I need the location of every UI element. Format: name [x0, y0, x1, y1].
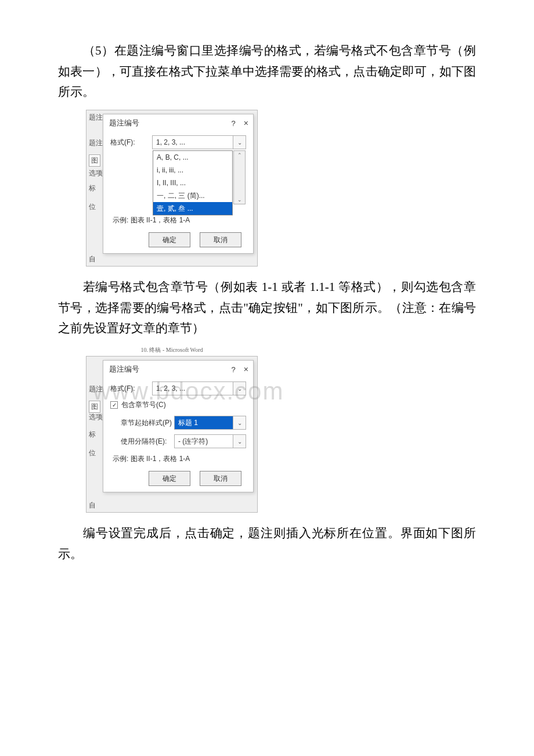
bg-label-position: 位 — [89, 202, 96, 212]
bg-label-options: 选项 — [89, 168, 103, 178]
paragraph-1: （5）在题注编号窗口里选择编号的格式，若编号格式不包含章节号（例如表一），可直接… — [58, 41, 476, 103]
format-option[interactable]: 一, 二, 三 (简)... — [153, 189, 232, 202]
chevron-down-icon[interactable]: ⌄ — [233, 435, 246, 448]
screenshot-1: 题注 题注 图 选项 标 位 自 题注编号 ? × 格式(F): 1, 2, 3… — [86, 110, 258, 267]
close-icon-2[interactable]: × — [244, 365, 248, 374]
bg-label-figure: 图 — [89, 154, 100, 167]
format-label-2: 格式(F): — [110, 384, 152, 394]
separator-combobox[interactable]: - (连字符) ⌄ — [174, 434, 246, 448]
format-option[interactable]: A, B, C, ... — [153, 151, 232, 164]
cancel-button-2[interactable]: 取消 — [200, 471, 241, 486]
scroll-up-icon[interactable]: ⌃ — [237, 152, 242, 158]
chevron-down-icon[interactable]: ⌄ — [233, 382, 246, 395]
chapter-start-label: 章节起始样式(P) — [121, 418, 174, 428]
example-text: 示例: 图表 II-1，表格 1-A — [113, 215, 246, 225]
include-chapter-checkbox[interactable]: ✓ — [110, 401, 118, 409]
format-option[interactable]: i, ii, iii, ... — [153, 164, 232, 177]
format-value: 1, 2, 3, ... — [156, 138, 185, 146]
scroll-down-icon[interactable]: ⌄ — [237, 197, 242, 203]
bg-label-position-2: 位 — [89, 448, 96, 458]
bg-label-figure-2: 图 — [89, 401, 100, 413]
word-window-title: 10. 终稿 - Microsoft Word — [86, 346, 258, 354]
chapter-start-value: 标题 1 — [178, 418, 198, 428]
use-separator-label: 使用分隔符(E): — [121, 437, 174, 447]
chevron-down-icon[interactable]: ⌄ — [233, 416, 246, 429]
paragraph-3: 编号设置完成后，点击确定，题注则插入光标所在位置。界面如下图所示。 — [58, 523, 476, 564]
dialog-title: 题注编号 — [109, 118, 139, 128]
example-text-2: 示例: 图表 II-1，表格 1-A — [113, 454, 246, 464]
help-icon-2[interactable]: ? — [232, 365, 236, 374]
chapter-start-combobox[interactable]: 标题 1 ⌄ — [174, 416, 246, 430]
cancel-button[interactable]: 取消 — [200, 232, 241, 247]
ok-button[interactable]: 确定 — [149, 232, 190, 247]
separator-value: - (连字符) — [178, 437, 208, 447]
bg-label-auto-2: 自 — [89, 501, 96, 510]
format-combobox-2[interactable]: 1, 2, 3, ... ⌄ — [152, 381, 246, 395]
caption-number-dialog-1: 题注编号 ? × 格式(F): 1, 2, 3, ... ⌄ A, B, C, … — [103, 114, 254, 254]
bg-label-auto: 自 — [89, 254, 96, 264]
format-option-selected[interactable]: 壹, 贰, 叁 ... — [153, 202, 232, 215]
paragraph-2: 若编号格式包含章节号（例如表 1-1 或者 1.1-1 等格式），则勾选包含章节… — [58, 277, 476, 339]
caption-number-dialog-2: 题注编号 ? × 格式(F): 1, 2, 3, ... ⌄ ✓ 包含章节号(C… — [103, 360, 254, 492]
bg-label-label-2: 标 — [89, 430, 96, 440]
ok-button-2[interactable]: 确定 — [149, 471, 190, 486]
bg-caption-tab: 题注 — [89, 113, 103, 123]
help-icon[interactable]: ? — [232, 119, 236, 128]
bg-label-options-2: 选项 — [89, 412, 103, 422]
format-dropdown-list: A, B, C, ... i, ii, iii, ... I, II, III,… — [153, 150, 233, 215]
close-icon[interactable]: × — [244, 118, 248, 128]
format-combobox[interactable]: 1, 2, 3, ... ⌄ A, B, C, ... i, ii, iii, … — [152, 135, 246, 149]
bg-label-caption: 题注 — [89, 138, 103, 148]
format-label: 格式(F): — [110, 138, 152, 147]
screenshot-2: 10. 终稿 - Microsoft Word 题注 图 选项 标 位 自 付[… — [86, 346, 258, 513]
format-value-2: 1, 2, 3, ... — [156, 384, 185, 393]
bg-label-label: 标 — [89, 183, 96, 193]
bg-label-caption-2: 题注 — [89, 384, 103, 394]
chevron-down-icon[interactable]: ⌄ — [233, 136, 246, 149]
dialog-title-2: 题注编号 — [109, 364, 139, 375]
include-chapter-label: 包含章节号(C) — [121, 400, 166, 410]
format-option[interactable]: I, II, III, ... — [153, 177, 232, 189]
